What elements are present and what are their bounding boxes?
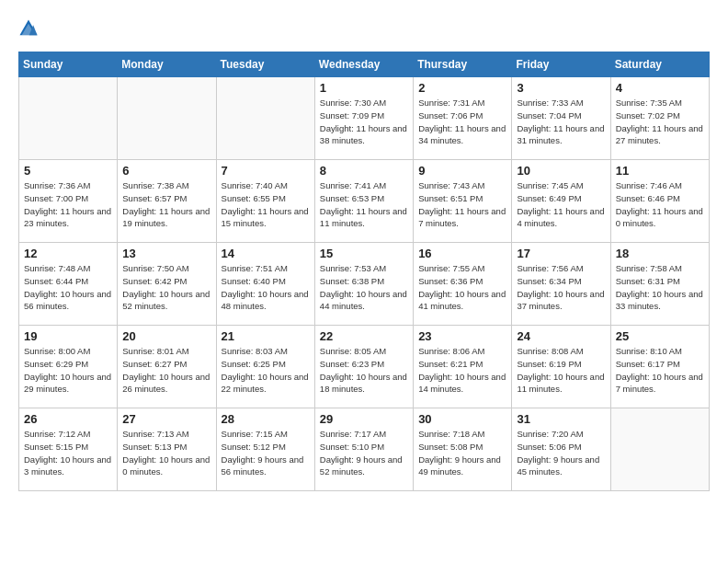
day-number: 1 — [320, 81, 408, 95]
calendar-cell: 1Sunrise: 7:30 AM Sunset: 7:09 PM Daylig… — [314, 77, 413, 160]
day-number: 6 — [122, 164, 210, 178]
calendar-cell — [216, 77, 314, 160]
day-info: Sunrise: 7:36 AM Sunset: 7:00 PM Dayligh… — [24, 179, 112, 230]
calendar-cell: 22Sunrise: 8:05 AM Sunset: 6:23 PM Dayli… — [314, 326, 413, 408]
calendar-cell: 26Sunrise: 7:12 AM Sunset: 5:15 PM Dayli… — [19, 408, 118, 491]
calendar-cell: 12Sunrise: 7:48 AM Sunset: 6:44 PM Dayli… — [19, 243, 118, 326]
calendar-cell: 10Sunrise: 7:45 AM Sunset: 6:49 PM Dayli… — [512, 160, 610, 243]
calendar-cell: 20Sunrise: 8:01 AM Sunset: 6:27 PM Dayli… — [118, 326, 216, 408]
day-number: 19 — [24, 329, 112, 343]
day-info: Sunrise: 7:35 AM Sunset: 7:02 PM Dayligh… — [616, 97, 704, 147]
day-number: 29 — [320, 412, 408, 426]
calendar-cell: 3Sunrise: 7:33 AM Sunset: 7:04 PM Daylig… — [512, 77, 610, 160]
calendar-cell: 11Sunrise: 7:46 AM Sunset: 6:46 PM Dayli… — [610, 160, 709, 243]
calendar-week-row: 5Sunrise: 7:36 AM Sunset: 7:00 PM Daylig… — [19, 160, 710, 243]
day-info: Sunrise: 7:43 AM Sunset: 6:51 PM Dayligh… — [418, 179, 506, 230]
day-number: 26 — [24, 412, 112, 426]
day-info: Sunrise: 7:45 AM Sunset: 6:49 PM Dayligh… — [517, 179, 605, 230]
day-number: 24 — [517, 329, 605, 343]
day-info: Sunrise: 8:10 AM Sunset: 6:17 PM Dayligh… — [616, 345, 704, 396]
day-info: Sunrise: 7:15 AM Sunset: 5:12 PM Dayligh… — [222, 428, 310, 478]
calendar-cell: 2Sunrise: 7:31 AM Sunset: 7:06 PM Daylig… — [414, 77, 512, 160]
day-info: Sunrise: 7:51 AM Sunset: 6:40 PM Dayligh… — [222, 262, 310, 313]
day-info: Sunrise: 7:12 AM Sunset: 5:15 PM Dayligh… — [24, 428, 112, 478]
day-number: 25 — [616, 329, 704, 343]
day-info: Sunrise: 7:55 AM Sunset: 6:36 PM Dayligh… — [418, 262, 506, 313]
day-info: Sunrise: 8:06 AM Sunset: 6:21 PM Dayligh… — [418, 345, 506, 396]
day-info: Sunrise: 7:17 AM Sunset: 5:10 PM Dayligh… — [320, 428, 408, 478]
calendar-week-row: 19Sunrise: 8:00 AM Sunset: 6:29 PM Dayli… — [19, 326, 710, 408]
day-info: Sunrise: 7:38 AM Sunset: 6:57 PM Dayligh… — [122, 179, 210, 230]
calendar-cell: 14Sunrise: 7:51 AM Sunset: 6:40 PM Dayli… — [216, 243, 314, 326]
day-number: 17 — [517, 247, 605, 260]
calendar-cell: 4Sunrise: 7:35 AM Sunset: 7:02 PM Daylig… — [610, 77, 709, 160]
day-of-week-header: Thursday — [414, 52, 512, 77]
day-number: 3 — [517, 81, 605, 95]
day-info: Sunrise: 7:53 AM Sunset: 6:38 PM Dayligh… — [320, 262, 408, 313]
day-info: Sunrise: 7:20 AM Sunset: 5:06 PM Dayligh… — [517, 428, 605, 478]
calendar-cell: 16Sunrise: 7:55 AM Sunset: 6:36 PM Dayli… — [414, 243, 512, 326]
calendar-cell: 29Sunrise: 7:17 AM Sunset: 5:10 PM Dayli… — [314, 408, 413, 491]
calendar-cell: 5Sunrise: 7:36 AM Sunset: 7:00 PM Daylig… — [19, 160, 118, 243]
day-number: 11 — [616, 164, 704, 178]
calendar-cell: 30Sunrise: 7:18 AM Sunset: 5:08 PM Dayli… — [414, 408, 512, 491]
day-number: 27 — [122, 412, 210, 426]
calendar-cell: 28Sunrise: 7:15 AM Sunset: 5:12 PM Dayli… — [216, 408, 314, 491]
day-info: Sunrise: 7:50 AM Sunset: 6:42 PM Dayligh… — [122, 262, 210, 313]
day-info: Sunrise: 7:41 AM Sunset: 6:53 PM Dayligh… — [320, 179, 408, 230]
day-of-week-header: Sunday — [19, 52, 118, 77]
calendar-cell: 6Sunrise: 7:38 AM Sunset: 6:57 PM Daylig… — [118, 160, 216, 243]
day-info: Sunrise: 7:48 AM Sunset: 6:44 PM Dayligh… — [24, 262, 112, 313]
calendar-cell: 24Sunrise: 8:08 AM Sunset: 6:19 PM Dayli… — [512, 326, 610, 408]
calendar-cell: 31Sunrise: 7:20 AM Sunset: 5:06 PM Dayli… — [512, 408, 610, 491]
day-number: 8 — [320, 164, 408, 178]
day-of-week-header: Friday — [512, 52, 610, 77]
logo — [18, 18, 42, 42]
page-header — [18, 18, 710, 42]
calendar-cell: 25Sunrise: 8:10 AM Sunset: 6:17 PM Dayli… — [610, 326, 709, 408]
day-number: 12 — [24, 247, 112, 260]
calendar-cell: 17Sunrise: 7:56 AM Sunset: 6:34 PM Dayli… — [512, 243, 610, 326]
day-info: Sunrise: 7:13 AM Sunset: 5:13 PM Dayligh… — [122, 428, 210, 478]
day-info: Sunrise: 7:56 AM Sunset: 6:34 PM Dayligh… — [517, 262, 605, 313]
day-info: Sunrise: 7:40 AM Sunset: 6:55 PM Dayligh… — [222, 179, 310, 230]
day-info: Sunrise: 7:18 AM Sunset: 5:08 PM Dayligh… — [418, 428, 506, 478]
day-info: Sunrise: 8:01 AM Sunset: 6:27 PM Dayligh… — [122, 345, 210, 396]
day-number: 15 — [320, 247, 408, 260]
calendar-cell: 21Sunrise: 8:03 AM Sunset: 6:25 PM Dayli… — [216, 326, 314, 408]
day-number: 28 — [222, 412, 310, 426]
day-info: Sunrise: 8:05 AM Sunset: 6:23 PM Dayligh… — [320, 345, 408, 396]
day-info: Sunrise: 8:00 AM Sunset: 6:29 PM Dayligh… — [24, 345, 112, 396]
day-number: 13 — [122, 247, 210, 260]
calendar-cell: 23Sunrise: 8:06 AM Sunset: 6:21 PM Dayli… — [414, 326, 512, 408]
calendar-cell: 27Sunrise: 7:13 AM Sunset: 5:13 PM Dayli… — [118, 408, 216, 491]
calendar-cell — [610, 408, 709, 491]
calendar-cell — [19, 77, 118, 160]
day-of-week-header: Tuesday — [216, 52, 314, 77]
day-of-week-header: Monday — [118, 52, 216, 77]
day-number: 2 — [418, 81, 506, 95]
calendar-cell: 15Sunrise: 7:53 AM Sunset: 6:38 PM Dayli… — [314, 243, 413, 326]
calendar-week-row: 12Sunrise: 7:48 AM Sunset: 6:44 PM Dayli… — [19, 243, 710, 326]
day-number: 22 — [320, 329, 408, 343]
calendar-cell: 18Sunrise: 7:58 AM Sunset: 6:31 PM Dayli… — [610, 243, 709, 326]
day-info: Sunrise: 7:31 AM Sunset: 7:06 PM Dayligh… — [418, 97, 506, 147]
day-number: 16 — [418, 247, 506, 260]
calendar-week-row: 26Sunrise: 7:12 AM Sunset: 5:15 PM Dayli… — [19, 408, 710, 491]
day-number: 23 — [418, 329, 506, 343]
day-number: 31 — [517, 412, 605, 426]
calendar-header-row: SundayMondayTuesdayWednesdayThursdayFrid… — [19, 52, 710, 77]
day-number: 21 — [222, 329, 310, 343]
day-info: Sunrise: 7:46 AM Sunset: 6:46 PM Dayligh… — [616, 179, 704, 230]
day-of-week-header: Wednesday — [314, 52, 413, 77]
day-info: Sunrise: 8:08 AM Sunset: 6:19 PM Dayligh… — [517, 345, 605, 396]
day-info: Sunrise: 8:03 AM Sunset: 6:25 PM Dayligh… — [222, 345, 310, 396]
day-of-week-header: Saturday — [610, 52, 709, 77]
calendar-week-row: 1Sunrise: 7:30 AM Sunset: 7:09 PM Daylig… — [19, 77, 710, 160]
day-number: 4 — [616, 81, 704, 95]
day-info: Sunrise: 7:58 AM Sunset: 6:31 PM Dayligh… — [616, 262, 704, 313]
day-number: 10 — [517, 164, 605, 178]
day-number: 9 — [418, 164, 506, 178]
calendar-cell: 9Sunrise: 7:43 AM Sunset: 6:51 PM Daylig… — [414, 160, 512, 243]
calendar-cell — [118, 77, 216, 160]
